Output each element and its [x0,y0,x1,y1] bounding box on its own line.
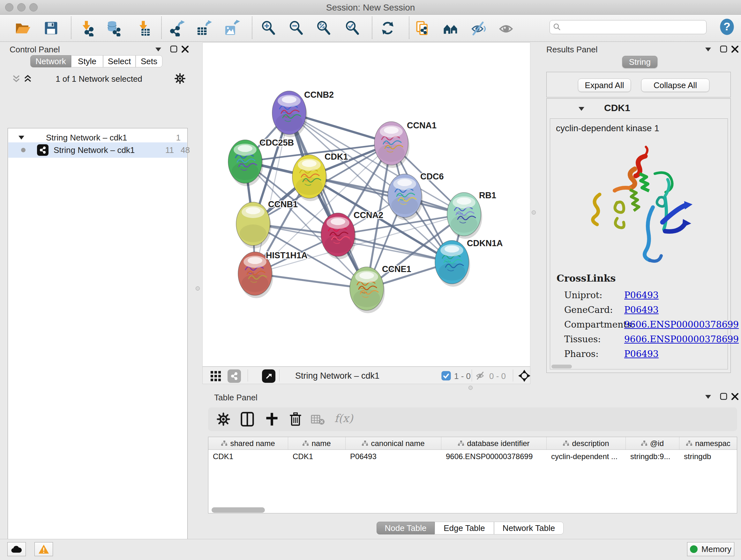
tab-edge-table[interactable]: Edge Table [434,522,494,535]
table-gear-icon[interactable] [216,412,230,426]
column-header-shared-name[interactable]: shared name [208,437,288,449]
left-splitter-handle[interactable] [196,287,200,291]
create-column-plus-icon[interactable] [265,412,279,427]
import-network-from-file-button[interactable] [78,18,96,38]
zoom-in-button[interactable] [260,18,278,38]
collapse-all-button[interactable]: Collapse All [641,78,710,92]
collapse-all-chevron-icon[interactable] [11,74,21,84]
network-node-ccne1[interactable] [350,267,384,310]
new-network-from-selection-button[interactable] [414,18,431,38]
hidden-eye-slash-icon [475,371,486,381]
save-session-button[interactable] [42,18,60,38]
results-hscrollbar[interactable] [551,365,572,368]
panel-menu-caret-icon[interactable] [155,48,161,51]
show-all-button[interactable] [498,18,516,38]
table-cell[interactable]: CDK1 [208,450,288,463]
export-table-button[interactable] [195,18,213,38]
crosslink-link[interactable]: P06493 [624,290,659,300]
search-input[interactable] [561,23,702,32]
bottom-splitter-handle[interactable] [468,386,473,390]
tab-network[interactable]: Network [30,55,71,67]
memory-button[interactable]: Memory [687,542,734,556]
table-hscrollbar-thumb[interactable] [212,507,265,513]
column-header--id[interactable]: @id [626,437,679,449]
open-session-button[interactable] [13,18,31,38]
export-network-button[interactable] [167,18,185,38]
tab-style[interactable]: Style [71,55,103,67]
close-panel-icon[interactable] [181,45,189,53]
expand-all-button[interactable]: Expand All [578,78,631,92]
network-canvas[interactable]: CCNB2CCNA1CDC25BCDK1CDC6RB1CCNB1CCNA2CDK… [202,43,530,367]
zoom-out-button[interactable] [287,18,306,38]
column-header-namespac[interactable]: namespac [679,437,737,449]
network-node-ccna1[interactable] [374,122,408,165]
detach-view-button[interactable] [262,369,275,383]
hide-selected-button[interactable] [470,18,488,38]
tab-sets[interactable]: Sets [136,55,162,67]
network-node-cdk1[interactable] [292,155,326,198]
selected-checkbox-icon[interactable] [441,371,451,381]
column-header-canonical-name[interactable]: canonical name [346,437,441,449]
table-cell[interactable]: P06493 [346,450,441,463]
network-view-icon[interactable] [227,369,241,383]
table-cell[interactable]: cyclin-dependent ... [547,450,626,463]
column-header-database-identifier[interactable]: database identifier [441,437,547,449]
grid-view-icon[interactable] [210,371,221,381]
collection-expand-caret-icon[interactable] [18,136,24,139]
table-cell[interactable]: CDK1 [288,450,346,463]
toolbar-separator [71,17,71,39]
close-panel-icon[interactable] [731,45,739,53]
cloud-status-button[interactable] [7,542,26,556]
column-header-name[interactable]: name [288,437,346,449]
network-node-cdc25b[interactable] [228,140,262,183]
apply-layout-button[interactable] [379,18,397,38]
export-image-icon [223,20,240,37]
table-cell[interactable]: stringdb:9... [626,450,679,463]
search-field[interactable] [549,20,706,34]
network-node-ccna2[interactable] [321,213,355,256]
tab-node-table[interactable]: Node Table [377,522,434,535]
network-node-cdkn1a[interactable] [435,240,469,284]
expand-all-chevron-icon[interactable] [23,74,32,84]
gear-icon[interactable] [174,73,186,84]
database-import-icon [106,20,122,37]
main-toolbar: ? [0,15,741,42]
gene-description: cyclin-dependent kinase 1 [556,123,659,133]
table-row[interactable]: CDK1CDK1P064939606.ENSP00000378699cyclin… [208,450,737,463]
zoom-selected-button[interactable] [344,18,361,38]
birdseye-crosshair-icon[interactable] [518,369,531,382]
first-neighbors-button[interactable] [442,18,460,38]
crosslink-link[interactable]: 9606.ENSP00000378699 [624,319,739,330]
panel-menu-caret-icon[interactable] [705,48,711,51]
network-row-selected[interactable]: String Network – cdk1 11 48 [8,142,187,158]
import-table-from-file-button[interactable] [134,18,152,38]
tab-select[interactable]: Select [103,55,136,67]
network-node-cdc6[interactable] [388,174,421,217]
crosslink-link[interactable]: P06493 [624,349,659,359]
import-network-from-database-button[interactable] [105,18,123,38]
zoom-fit-button[interactable] [315,18,333,38]
network-node-ccnb1[interactable] [236,202,270,246]
gene-section-caret-icon[interactable] [579,107,584,111]
toolbar-separator [513,369,513,381]
float-panel-icon[interactable] [720,45,728,53]
float-panel-icon[interactable] [170,45,178,53]
delete-column-trash-icon[interactable] [288,411,302,427]
tab-network-table[interactable]: Network Table [494,522,563,535]
warnings-status-button[interactable] [35,542,53,556]
float-panel-icon[interactable] [720,393,728,400]
close-panel-icon[interactable] [731,393,739,400]
panel-menu-caret-icon[interactable] [705,395,711,399]
crosslink-link[interactable]: 9606.ENSP00000378699 [624,334,739,345]
crosslink-link[interactable]: P06493 [624,305,659,315]
network-node-ccnb2[interactable] [272,91,306,134]
column-header-description[interactable]: description [547,437,626,449]
table-cell[interactable]: stringdb [679,450,737,463]
tab-string[interactable]: String [622,56,657,68]
network-node-rb1[interactable] [447,192,481,236]
show-columns-icon[interactable] [240,412,255,427]
control-panel-tabs: NetworkStyleSelectSets [30,55,162,67]
export-image-button[interactable] [223,18,241,38]
help-button[interactable]: ? [718,17,736,37]
table-cell[interactable]: 9606.ENSP00000378699 [441,450,547,463]
